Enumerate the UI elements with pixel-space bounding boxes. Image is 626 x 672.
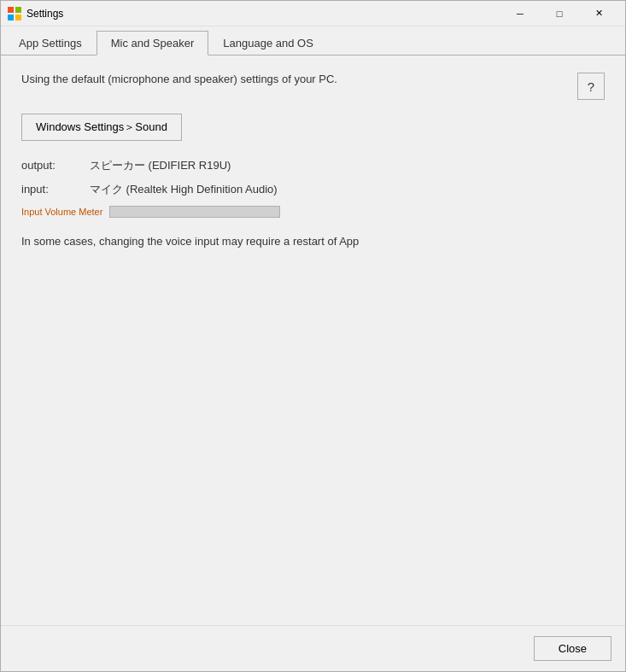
- close-button[interactable]: Close: [534, 636, 611, 661]
- tab-bar: App Settings Mic and Speaker Language an…: [1, 26, 625, 56]
- description-text: Using the default (microphone and speake…: [21, 73, 567, 85]
- windows-settings-sound-button[interactable]: Windows Settings＞Sound: [21, 114, 182, 141]
- svg-rect-1: [15, 7, 21, 13]
- svg-rect-3: [15, 15, 21, 20]
- minimize-button[interactable]: ─: [500, 1, 540, 26]
- tab-content: Using the default (microphone and speake…: [1, 56, 625, 625]
- window-title: Settings: [26, 8, 500, 20]
- input-value: マイク (Realtek High Definition Audio): [90, 182, 278, 197]
- tab-mic-speaker[interactable]: Mic and Speaker: [97, 31, 209, 56]
- svg-rect-0: [8, 7, 14, 13]
- description-row: Using the default (microphone and speake…: [21, 73, 605, 100]
- maximize-button[interactable]: □: [540, 1, 579, 26]
- output-row: output: スピーカー (EDIFIER R19U): [21, 158, 605, 173]
- help-button[interactable]: ?: [577, 73, 605, 100]
- volume-meter-bar: [109, 206, 280, 218]
- close-window-button[interactable]: ✕: [579, 1, 618, 26]
- notice-text: In some cases, changing the voice input …: [21, 235, 605, 248]
- tab-app-settings[interactable]: App Settings: [4, 31, 97, 56]
- tab-language-os[interactable]: Language and OS: [208, 31, 328, 56]
- output-label: output:: [21, 159, 90, 172]
- output-value: スピーカー (EDIFIER R19U): [90, 158, 231, 173]
- input-label: input:: [21, 183, 90, 196]
- input-row: input: マイク (Realtek High Definition Audi…: [21, 182, 605, 197]
- volume-meter-row: Input Volume Meter: [21, 206, 605, 218]
- footer: Close: [1, 625, 625, 671]
- svg-rect-2: [8, 15, 14, 20]
- title-bar: Settings ─ □ ✕: [1, 1, 625, 26]
- app-icon: [8, 7, 21, 20]
- window-controls: ─ □ ✕: [500, 1, 618, 26]
- settings-window: Settings ─ □ ✕ App Settings Mic and Spea…: [0, 0, 626, 672]
- volume-meter-label: Input Volume Meter: [21, 207, 102, 217]
